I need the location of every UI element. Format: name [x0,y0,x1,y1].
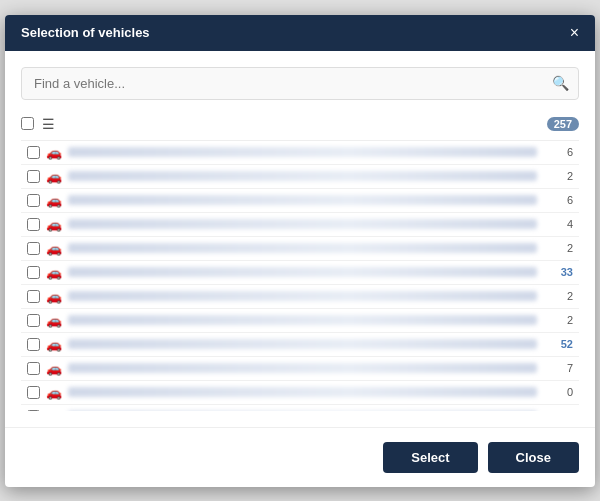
vehicle-count: 2 [545,242,573,254]
search-input[interactable] [21,67,579,100]
search-container: 🔍 [21,67,579,100]
vehicle-row: 🚗2 [21,285,579,309]
vehicle-name [68,147,537,157]
vehicle-row: 🚗6 [21,141,579,165]
total-count-badge: 257 [547,117,579,131]
close-button[interactable]: Close [488,442,579,473]
vehicle-name [68,171,537,181]
search-icon: 🔍 [552,75,569,91]
vehicles-list[interactable]: 🚗6🚗2🚗6🚗4🚗2🚗33🚗2🚗2🚗52🚗7🚗0🚗0🚗7🚗3 [21,141,579,411]
vehicle-count: 0 [545,410,573,411]
vehicle-row: 🚗0 [21,381,579,405]
vehicles-list-container: 🚗6🚗2🚗6🚗4🚗2🚗33🚗2🚗2🚗52🚗7🚗0🚗0🚗7🚗3 [21,141,579,411]
vehicle-count: 2 [545,290,573,302]
vehicle-row: 🚗33 [21,261,579,285]
vehicle-count: 2 [545,170,573,182]
vehicle-count: 6 [545,146,573,158]
vehicle-name [68,267,537,277]
select-button[interactable]: Select [383,442,477,473]
vehicle-icon: 🚗 [46,169,62,184]
vehicle-checkbox[interactable] [27,410,40,411]
modal-header: Selection of vehicles × [5,15,595,51]
list-icon: ☰ [42,116,55,132]
vehicle-checkbox[interactable] [27,386,40,399]
vehicle-icon: 🚗 [46,289,62,304]
vehicle-row: 🚗2 [21,237,579,261]
vehicle-checkbox[interactable] [27,170,40,183]
vehicle-count: 33 [545,266,573,278]
vehicle-icon: 🚗 [46,217,62,232]
vehicle-count: 7 [545,362,573,374]
vehicle-checkbox[interactable] [27,314,40,327]
vehicle-icon: 🚗 [46,361,62,376]
vehicle-count: 4 [545,218,573,230]
vehicle-checkbox[interactable] [27,146,40,159]
vehicle-name [68,243,537,253]
vehicle-icon: 🚗 [46,313,62,328]
modal-footer: Select Close [5,427,595,487]
vehicle-selection-modal: Selection of vehicles × 🔍 ☰ 257 🚗6🚗2🚗6🚗4… [5,15,595,487]
vehicle-icon: 🚗 [46,265,62,280]
vehicle-row: 🚗6 [21,189,579,213]
vehicle-name [68,219,537,229]
select-all-row: ☰ 257 [21,112,579,141]
vehicle-icon: 🚗 [46,193,62,208]
vehicle-name [68,315,537,325]
vehicle-name [68,387,537,397]
vehicle-name [68,363,537,373]
vehicle-checkbox[interactable] [27,338,40,351]
vehicle-icon: 🚗 [46,337,62,352]
vehicle-icon: 🚗 [46,145,62,160]
vehicle-row: 🚗7 [21,357,579,381]
vehicle-name [68,339,537,349]
modal-close-button[interactable]: × [570,25,579,41]
modal-title: Selection of vehicles [21,25,150,40]
vehicle-row: 🚗4 [21,213,579,237]
vehicle-checkbox[interactable] [27,242,40,255]
vehicle-count: 6 [545,194,573,206]
vehicle-checkbox[interactable] [27,290,40,303]
vehicle-checkbox[interactable] [27,218,40,231]
vehicle-icon: 🚗 [46,385,62,400]
vehicle-icon: 🚗 [46,241,62,256]
vehicle-row: 🚗2 [21,165,579,189]
vehicle-row: 🚗52 [21,333,579,357]
vehicle-count: 0 [545,386,573,398]
modal-body: 🔍 ☰ 257 🚗6🚗2🚗6🚗4🚗2🚗33🚗2🚗2🚗52🚗7🚗0🚗0🚗7🚗3 [5,51,595,427]
vehicle-checkbox[interactable] [27,266,40,279]
vehicle-name [68,291,537,301]
vehicle-icon: 🚗 [46,409,62,411]
vehicle-checkbox[interactable] [27,362,40,375]
vehicle-count: 52 [545,338,573,350]
vehicle-name [68,195,537,205]
vehicle-row: 🚗2 [21,309,579,333]
vehicle-row: 🚗0 [21,405,579,411]
vehicle-checkbox[interactable] [27,194,40,207]
vehicle-count: 2 [545,314,573,326]
select-all-checkbox[interactable] [21,117,34,130]
